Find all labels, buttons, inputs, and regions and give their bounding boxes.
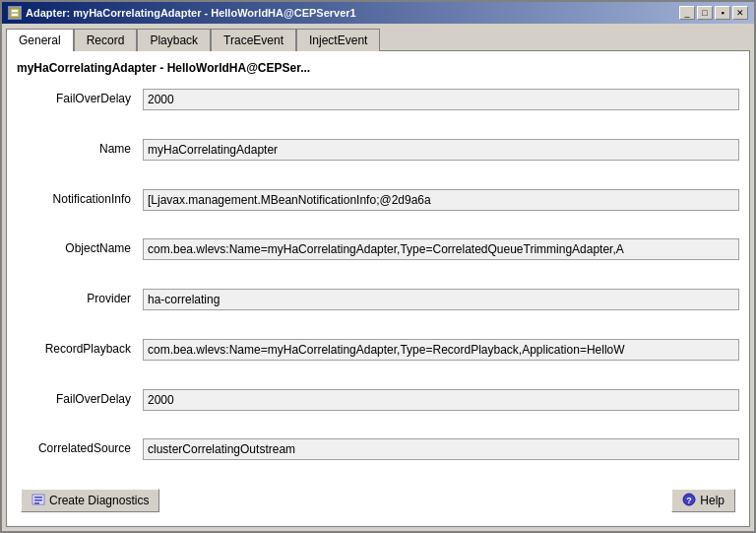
svg-rect-5 [34, 500, 42, 501]
title-buttons: _ □ ▪ ✕ [679, 6, 748, 20]
svg-rect-1 [12, 10, 18, 12]
create-diagnostics-label: Create Diagnostics [49, 494, 149, 507]
help-icon: ? [682, 493, 696, 508]
bottom-bar: Create Diagnostics ? Help [17, 483, 739, 516]
label-failoverdelay-2: FailOverDelay [17, 389, 135, 433]
create-diagnostics-button[interactable]: Create Diagnostics [21, 489, 159, 512]
window-content: General Record Playback TraceEvent Injec… [2, 24, 754, 531]
label-name: Name [17, 139, 135, 183]
label-notificationinfo: NotificationInfo [17, 189, 135, 233]
restore-button[interactable]: □ [697, 6, 713, 20]
label-objectname: ObjectName [17, 238, 135, 283]
value-failoverdelay-2: 2000 [143, 389, 739, 411]
tab-injectevent[interactable]: InjectEvent [296, 29, 380, 51]
svg-rect-2 [12, 14, 18, 16]
page-title: myHaCorrelatingAdapter - HelloWorldHA@CE… [17, 61, 739, 75]
label-provider: Provider [17, 289, 135, 333]
svg-rect-4 [34, 497, 42, 499]
tab-general[interactable]: General [6, 29, 74, 51]
tab-record[interactable]: Record [74, 29, 138, 51]
value-notificationinfo: [Ljavax.management.MBeanNotificationInfo… [143, 189, 739, 211]
form-grid: FailOverDelay 2000 Name myHaCorrelatingA… [17, 89, 739, 483]
main-window: Adapter: myHaCorrelatingAdapter - HelloW… [0, 0, 756, 533]
value-failoverdelay-1: 2000 [143, 89, 739, 110]
value-name: myHaCorrelatingAdapter [143, 139, 739, 161]
tab-content-general: myHaCorrelatingAdapter - HelloWorldHA@CE… [6, 50, 750, 527]
svg-rect-0 [10, 8, 20, 18]
title-bar-left: Adapter: myHaCorrelatingAdapter - HelloW… [8, 6, 356, 20]
help-button[interactable]: ? Help [671, 489, 735, 512]
close-button[interactable]: ✕ [732, 6, 748, 20]
value-objectname: com.bea.wlevs:Name=myHaCorrelatingAdapte… [143, 238, 739, 260]
svg-text:?: ? [687, 496, 693, 505]
maximize-button[interactable]: ▪ [715, 6, 730, 20]
tab-bar: General Record Playback TraceEvent Injec… [6, 28, 750, 50]
value-correlatedsource: clusterCorrelatingOutstream [143, 438, 739, 460]
value-provider: ha-correlating [143, 289, 739, 310]
tab-playback[interactable]: Playback [137, 29, 211, 51]
label-correlatedsource: CorrelatedSource [17, 438, 135, 483]
window-icon [8, 6, 22, 20]
window-title: Adapter: myHaCorrelatingAdapter - HelloW… [26, 7, 356, 19]
tab-traceevent[interactable]: TraceEvent [211, 29, 296, 51]
help-label: Help [700, 494, 724, 507]
value-recordplayback: com.bea.wlevs:Name=myHaCorrelatingAdapte… [143, 339, 739, 361]
label-recordplayback: RecordPlayback [17, 339, 135, 383]
diagnostics-icon [32, 493, 45, 508]
label-failoverdelay-1: FailOverDelay [17, 89, 135, 133]
title-bar: Adapter: myHaCorrelatingAdapter - HelloW… [2, 2, 754, 24]
minimize-button[interactable]: _ [679, 6, 695, 20]
svg-rect-6 [34, 502, 39, 504]
